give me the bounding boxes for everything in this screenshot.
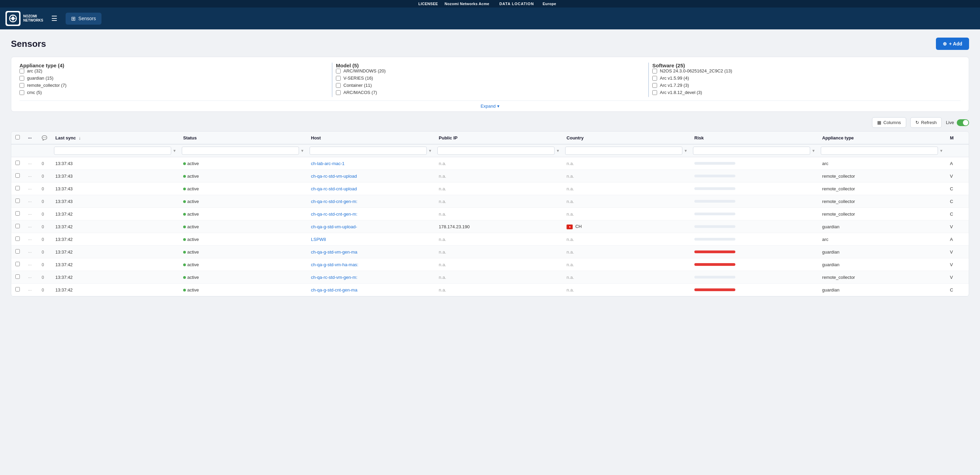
filter-container-checkbox[interactable] — [336, 83, 340, 88]
model-header[interactable]: M — [946, 132, 969, 144]
row-status: active — [179, 233, 307, 246]
row-host[interactable]: ch-qa-g-std-vm-ha-mas: — [307, 258, 434, 271]
row-checkbox[interactable] — [15, 186, 20, 190]
row-more-cell[interactable]: ··· — [24, 170, 38, 182]
row-more-cell[interactable]: ··· — [24, 246, 38, 258]
host-link[interactable]: ch-qa-rc-std-vm-upload — [311, 174, 357, 179]
sensors-tab[interactable]: ⊞ Sensors — [65, 13, 101, 25]
row-checkbox[interactable] — [15, 287, 20, 292]
add-button[interactable]: ⊕ + Add — [936, 38, 969, 50]
row-comment-cell: 0 — [38, 258, 51, 271]
host-link[interactable]: ch-qa-g-std-vm-gen-ma — [311, 249, 358, 255]
select-all-checkbox[interactable] — [15, 135, 20, 139]
filter-icon[interactable]: ▼ — [428, 149, 432, 153]
row-checkbox[interactable] — [15, 236, 20, 241]
last-sync-header[interactable]: Last sync ↓ — [51, 132, 179, 144]
status-filter-input[interactable] — [182, 147, 299, 155]
row-more-cell[interactable]: ··· — [24, 233, 38, 246]
filter-arc-devel-checkbox[interactable] — [652, 90, 657, 95]
last-sync-filter-input[interactable] — [54, 147, 171, 155]
row-more-cell[interactable]: ··· — [24, 258, 38, 271]
status-header[interactable]: Status — [179, 132, 307, 144]
row-more-cell[interactable]: ··· — [24, 271, 38, 284]
row-checkbox[interactable] — [15, 249, 20, 253]
more-dots-icon[interactable]: ··· — [28, 174, 32, 179]
row-host[interactable]: LSPW8 — [307, 233, 434, 246]
refresh-button[interactable]: ↻ Refresh — [910, 117, 942, 128]
host-link[interactable]: ch-qa-rc-std-cnt-upload — [311, 186, 357, 191]
row-host[interactable]: ch-qa-rc-std-vm-upload — [307, 170, 434, 182]
live-toggle-switch[interactable] — [957, 119, 969, 126]
country-header[interactable]: Country — [562, 132, 690, 144]
row-checkbox[interactable] — [15, 199, 20, 203]
more-dots-icon[interactable]: ··· — [28, 262, 32, 267]
filter-arc-v1729-checkbox[interactable] — [652, 83, 657, 88]
row-host[interactable]: ch-qa-rc-std-cnt-upload — [307, 182, 434, 195]
risk-header[interactable]: Risk — [690, 132, 818, 144]
host-link[interactable]: ch-qa-rc-std-cnt-gen-m: — [311, 199, 358, 204]
filter-arc-macos-checkbox[interactable] — [336, 90, 340, 95]
row-more-cell[interactable]: ··· — [24, 195, 38, 208]
public-ip-filter-input[interactable] — [438, 147, 555, 155]
row-checkbox[interactable] — [15, 274, 20, 279]
row-more-cell[interactable]: ··· — [24, 182, 38, 195]
more-dots-icon[interactable]: ··· — [28, 199, 32, 204]
row-host[interactable]: ch-qa-rc-std-cnt-gen-m: — [307, 208, 434, 220]
host-link[interactable]: ch-qa-g-std-vm-upload- — [311, 224, 357, 229]
country-filter-input[interactable] — [565, 147, 682, 155]
row-more-cell[interactable]: ··· — [24, 208, 38, 220]
risk-filter-input[interactable] — [693, 147, 810, 155]
more-dots-icon[interactable]: ··· — [28, 161, 32, 166]
filter-icon[interactable]: ▼ — [556, 149, 560, 153]
row-more-cell[interactable]: ··· — [24, 157, 38, 170]
more-dots-icon[interactable]: ··· — [28, 237, 32, 242]
filter-arc-windows-checkbox[interactable] — [336, 69, 340, 73]
row-more-cell[interactable]: ··· — [24, 284, 38, 296]
filter-guardian-checkbox[interactable] — [19, 76, 24, 81]
row-checkbox[interactable] — [15, 262, 20, 266]
filter-remote-collector-checkbox[interactable] — [19, 83, 24, 88]
filter-icon[interactable]: ▼ — [811, 149, 815, 153]
filter-icon[interactable]: ▼ — [301, 149, 304, 153]
more-dots-icon[interactable]: ··· — [28, 224, 32, 229]
row-checkbox[interactable] — [15, 161, 20, 165]
filter-n2os-checkbox[interactable] — [652, 69, 657, 73]
filter-cmc-checkbox[interactable] — [19, 90, 24, 95]
host-link[interactable]: ch-qa-g-std-cnt-gen-ma — [311, 287, 358, 293]
appliance-type-filter-input[interactable] — [821, 147, 938, 155]
host-link[interactable]: LSPW8 — [311, 237, 326, 242]
row-host[interactable]: ch-qa-g-std-cnt-gen-ma — [307, 284, 434, 296]
more-dots-icon[interactable]: ··· — [28, 249, 32, 255]
more-dots-icon[interactable]: ··· — [28, 287, 32, 293]
host-link[interactable]: ch-qa-rc-std-cnt-gen-m: — [311, 212, 358, 217]
host-link[interactable]: ch-qa-rc-std-vm-gen-m: — [311, 275, 358, 280]
row-host[interactable]: ch-lab-arc-mac-1 — [307, 157, 434, 170]
public-ip-header[interactable]: Public IP — [434, 132, 562, 144]
filter-arc-v199-checkbox[interactable] — [652, 76, 657, 81]
filter-v-series-checkbox[interactable] — [336, 76, 340, 81]
filter-icon[interactable]: ▼ — [173, 149, 176, 153]
row-checkbox[interactable] — [15, 211, 20, 216]
more-dots-icon[interactable]: ··· — [28, 275, 32, 280]
host-link[interactable]: ch-qa-g-std-vm-ha-mas: — [311, 262, 358, 267]
row-checkbox[interactable] — [15, 173, 20, 178]
columns-button[interactable]: ▦ Columns — [872, 117, 906, 128]
filter-icon[interactable]: ▼ — [939, 149, 943, 153]
row-host[interactable]: ch-qa-g-std-vm-upload- — [307, 220, 434, 233]
host-link[interactable]: ch-lab-arc-mac-1 — [311, 161, 344, 166]
hamburger-button[interactable]: ☰ — [49, 13, 60, 24]
row-checkbox[interactable] — [15, 224, 20, 228]
row-more-cell[interactable]: ··· — [24, 220, 38, 233]
host-header[interactable]: Host — [307, 132, 434, 144]
page-header: Sensors ⊕ + Add — [11, 38, 969, 50]
filter-arc-checkbox[interactable] — [19, 69, 24, 73]
row-host[interactable]: ch-qa-g-std-vm-gen-ma — [307, 246, 434, 258]
appliance-type-header[interactable]: Appliance type — [818, 132, 946, 144]
filter-icon[interactable]: ▼ — [684, 149, 687, 153]
expand-button[interactable]: Expand ▾ — [480, 104, 499, 109]
more-dots-icon[interactable]: ··· — [28, 186, 32, 191]
host-filter-input[interactable] — [310, 147, 427, 155]
row-host[interactable]: ch-qa-rc-std-cnt-gen-m: — [307, 195, 434, 208]
row-host[interactable]: ch-qa-rc-std-vm-gen-m: — [307, 271, 434, 284]
more-dots-icon[interactable]: ··· — [28, 212, 32, 217]
